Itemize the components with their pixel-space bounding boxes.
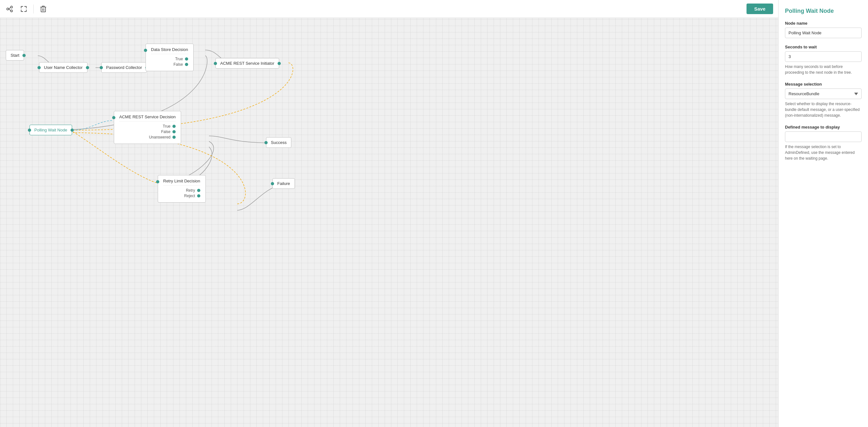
svg-rect-5 [41,7,45,12]
defined-message-label: Defined message to display [785,125,862,129]
seconds-group: Seconds to wait How many seconds to wait… [785,44,862,75]
arsd-unanswered-dot [173,135,176,139]
unc-right-connector [86,66,89,69]
seconds-help: How many seconds to wait before proceedi… [785,64,862,75]
dsd-left-connector [144,49,147,52]
defined-message-group: Defined message to display If the messag… [785,125,862,161]
arsd-false-port: False [119,129,176,134]
arsd-left-connector [112,116,115,119]
data-store-decision-node[interactable]: Data Store Decision True False [146,43,194,71]
polling-wait-node[interactable]: Polling Wait Node [30,125,72,135]
pwn-right-connector [70,128,74,132]
toolbar-divider [33,4,34,13]
save-button[interactable]: Save [746,3,773,14]
flow-canvas-area[interactable]: Save [0,0,778,427]
node-name-label: Node name [785,21,862,26]
start-node[interactable]: Start [6,50,24,61]
connections-svg [0,18,778,427]
acme-rest-initiator-node[interactable]: ACME REST Service Initiator [215,58,279,69]
seconds-input[interactable] [785,51,862,62]
node-name-group: Node name [785,21,862,38]
node-name-input[interactable] [785,28,862,38]
toolbar: Save [0,0,778,18]
pwn-left-connector [28,128,31,132]
panel-title: Polling Wait Node [785,8,862,14]
rld-left-connector [156,180,159,183]
svg-point-1 [10,6,12,8]
dsd-true-dot [185,57,188,61]
user-name-collector-node[interactable]: User Name Collector [39,62,88,73]
message-selection-label: Message selection [785,82,862,87]
svg-line-4 [9,9,10,10]
retry-limit-decision-node[interactable]: Retry Limit Decision Retry Reject [158,175,206,203]
arsi-left-connector [214,62,217,65]
svg-line-3 [9,7,10,9]
message-selection-select[interactable]: ResourceBundle AdminDefined [785,89,862,99]
svg-point-2 [10,10,12,12]
flow-diagram: Start User Name Collector Password Colle… [0,18,778,427]
acme-rest-decision-node[interactable]: ACME REST Service Decision True False Un… [114,111,181,144]
arsd-false-dot [173,130,176,133]
rld-retry-port: Retry [163,188,200,193]
defined-message-input[interactable] [785,131,862,142]
arsd-unanswered-port: Unanswered [119,135,176,140]
dsd-true-port: True [151,57,188,61]
defined-message-help: If the message selection is set to Admin… [785,144,862,161]
arsd-true-port: True [119,124,176,128]
expand-icon[interactable] [19,4,28,13]
success-left-connector [265,141,268,144]
rld-reject-port: Reject [163,194,200,198]
failure-left-connector [271,182,274,185]
password-collector-node[interactable]: Password Collector [101,62,147,73]
pc-left-connector [100,66,103,69]
seconds-label: Seconds to wait [785,44,862,49]
dsd-false-port: False [151,62,188,67]
arsi-right-connector [278,62,281,65]
svg-point-0 [7,8,9,10]
rld-reject-dot [197,194,200,197]
message-selection-help: Select whether to display the resource-b… [785,101,862,118]
unc-left-connector [37,66,41,69]
arsd-true-dot [173,125,176,128]
delete-icon[interactable] [39,4,48,13]
message-selection-group: Message selection ResourceBundle AdminDe… [785,82,862,118]
success-node[interactable]: Success [266,137,291,148]
failure-node[interactable]: Failure [273,178,295,189]
rld-retry-dot [197,189,200,192]
properties-panel: Polling Wait Node Node name Seconds to w… [778,0,868,427]
dsd-false-dot [185,63,188,66]
start-node-right-connector [23,54,26,57]
branch-icon[interactable] [5,4,14,13]
